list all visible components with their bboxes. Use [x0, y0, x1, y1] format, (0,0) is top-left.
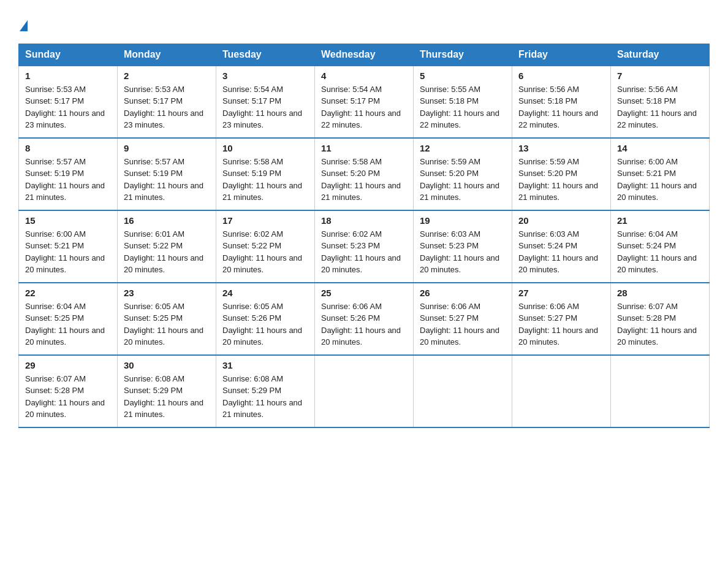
calendar-week-row: 29Sunrise: 6:07 AMSunset: 5:28 PMDayligh…: [19, 355, 710, 427]
calendar-week-row: 15Sunrise: 6:00 AMSunset: 5:21 PMDayligh…: [19, 210, 710, 283]
calendar-cell: 25Sunrise: 6:06 AMSunset: 5:26 PMDayligh…: [315, 283, 414, 355]
day-number: 15: [25, 215, 111, 226]
day-info: Sunrise: 6:05 AMSunset: 5:25 PMDaylight:…: [124, 301, 210, 348]
day-number: 8: [25, 143, 111, 153]
day-number: 12: [420, 143, 506, 153]
day-info: Sunrise: 5:59 AMSunset: 5:20 PMDaylight:…: [518, 156, 604, 204]
day-number: 20: [518, 215, 604, 226]
calendar-cell: 6Sunrise: 5:56 AMSunset: 5:18 PMDaylight…: [512, 66, 611, 138]
calendar-cell: 17Sunrise: 6:02 AMSunset: 5:22 PMDayligh…: [216, 210, 315, 283]
day-number: 18: [321, 215, 407, 226]
calendar-cell: 3Sunrise: 5:54 AMSunset: 5:17 PMDaylight…: [216, 66, 315, 138]
day-info: Sunrise: 6:08 AMSunset: 5:29 PMDaylight:…: [222, 373, 308, 421]
day-number: 7: [617, 71, 703, 81]
day-number: 1: [25, 71, 111, 81]
day-number: 25: [321, 288, 407, 298]
day-number: 13: [518, 143, 604, 153]
calendar-cell: 5Sunrise: 5:55 AMSunset: 5:18 PMDaylight…: [414, 66, 512, 138]
day-info: Sunrise: 6:03 AMSunset: 5:24 PMDaylight:…: [518, 228, 604, 276]
day-number: 6: [518, 71, 604, 81]
day-info: Sunrise: 5:59 AMSunset: 5:20 PMDaylight:…: [420, 156, 506, 204]
calendar-cell: 26Sunrise: 6:06 AMSunset: 5:27 PMDayligh…: [414, 283, 512, 355]
calendar-cell: 23Sunrise: 6:05 AMSunset: 5:25 PMDayligh…: [118, 283, 216, 355]
day-number: 24: [222, 288, 308, 298]
calendar-cell: 13Sunrise: 5:59 AMSunset: 5:20 PMDayligh…: [512, 138, 611, 210]
calendar-cell: 9Sunrise: 5:57 AMSunset: 5:19 PMDaylight…: [118, 138, 216, 210]
calendar-cell: 14Sunrise: 6:00 AMSunset: 5:21 PMDayligh…: [611, 138, 710, 210]
day-number: 16: [124, 215, 210, 226]
day-info: Sunrise: 5:57 AMSunset: 5:19 PMDaylight:…: [25, 156, 111, 204]
calendar-cell: [414, 355, 512, 427]
calendar-cell: 27Sunrise: 6:06 AMSunset: 5:27 PMDayligh…: [512, 283, 611, 355]
day-info: Sunrise: 5:58 AMSunset: 5:19 PMDaylight:…: [222, 156, 308, 204]
day-info: Sunrise: 6:08 AMSunset: 5:29 PMDaylight:…: [124, 373, 210, 421]
weekday-header-monday: Monday: [118, 44, 216, 66]
calendar-cell: 18Sunrise: 6:02 AMSunset: 5:23 PMDayligh…: [315, 210, 414, 283]
calendar-cell: 11Sunrise: 5:58 AMSunset: 5:20 PMDayligh…: [315, 138, 414, 210]
day-number: 17: [222, 215, 308, 226]
day-info: Sunrise: 6:04 AMSunset: 5:24 PMDaylight:…: [617, 228, 703, 276]
calendar-cell: 28Sunrise: 6:07 AMSunset: 5:28 PMDayligh…: [611, 283, 710, 355]
day-info: Sunrise: 6:06 AMSunset: 5:26 PMDaylight:…: [321, 301, 407, 348]
calendar-cell: 20Sunrise: 6:03 AMSunset: 5:24 PMDayligh…: [512, 210, 611, 283]
logo-top-line: [18, 15, 28, 33]
day-number: 23: [124, 288, 210, 298]
weekday-header-friday: Friday: [512, 44, 611, 66]
day-number: 27: [518, 288, 604, 298]
day-info: Sunrise: 6:07 AMSunset: 5:28 PMDaylight:…: [617, 301, 703, 348]
calendar-cell: 8Sunrise: 5:57 AMSunset: 5:19 PMDaylight…: [19, 138, 118, 210]
day-info: Sunrise: 6:07 AMSunset: 5:28 PMDaylight:…: [25, 373, 111, 421]
day-number: 5: [420, 71, 506, 81]
calendar-week-row: 22Sunrise: 6:04 AMSunset: 5:25 PMDayligh…: [19, 283, 710, 355]
day-number: 14: [617, 143, 703, 153]
day-number: 26: [420, 288, 506, 298]
weekday-header-tuesday: Tuesday: [216, 44, 315, 66]
calendar-cell: 12Sunrise: 5:59 AMSunset: 5:20 PMDayligh…: [414, 138, 512, 210]
calendar-cell: 2Sunrise: 5:53 AMSunset: 5:17 PMDaylight…: [118, 66, 216, 138]
calendar-cell: [512, 355, 611, 427]
calendar-cell: 21Sunrise: 6:04 AMSunset: 5:24 PMDayligh…: [611, 210, 710, 283]
day-info: Sunrise: 5:53 AMSunset: 5:17 PMDaylight:…: [25, 83, 111, 131]
day-info: Sunrise: 6:02 AMSunset: 5:22 PMDaylight:…: [222, 228, 308, 276]
calendar-cell: 19Sunrise: 6:03 AMSunset: 5:23 PMDayligh…: [414, 210, 512, 283]
day-number: 21: [617, 215, 703, 226]
calendar-cell: 29Sunrise: 6:07 AMSunset: 5:28 PMDayligh…: [19, 355, 118, 427]
day-info: Sunrise: 6:04 AMSunset: 5:25 PMDaylight:…: [25, 301, 111, 348]
logo-triangle-icon: [20, 20, 28, 31]
day-info: Sunrise: 5:53 AMSunset: 5:17 PMDaylight:…: [124, 83, 210, 131]
day-info: Sunrise: 6:05 AMSunset: 5:26 PMDaylight:…: [222, 301, 308, 348]
calendar-cell: 10Sunrise: 5:58 AMSunset: 5:19 PMDayligh…: [216, 138, 315, 210]
day-info: Sunrise: 5:57 AMSunset: 5:19 PMDaylight:…: [124, 156, 210, 204]
day-number: 19: [420, 215, 506, 226]
page-header: [18, 12, 710, 33]
calendar-cell: 30Sunrise: 6:08 AMSunset: 5:29 PMDayligh…: [118, 355, 216, 427]
calendar-cell: 22Sunrise: 6:04 AMSunset: 5:25 PMDayligh…: [19, 283, 118, 355]
day-number: 31: [222, 360, 308, 370]
day-number: 3: [222, 71, 308, 81]
day-info: Sunrise: 6:01 AMSunset: 5:22 PMDaylight:…: [124, 228, 210, 276]
day-info: Sunrise: 5:54 AMSunset: 5:17 PMDaylight:…: [222, 83, 308, 131]
calendar-cell: 24Sunrise: 6:05 AMSunset: 5:26 PMDayligh…: [216, 283, 315, 355]
day-number: 22: [25, 288, 111, 298]
calendar-cell: [315, 355, 414, 427]
day-info: Sunrise: 6:00 AMSunset: 5:21 PMDaylight:…: [25, 228, 111, 276]
calendar-table: SundayMondayTuesdayWednesdayThursdayFrid…: [18, 44, 710, 428]
calendar-cell: 16Sunrise: 6:01 AMSunset: 5:22 PMDayligh…: [118, 210, 216, 283]
logo: [18, 12, 28, 33]
weekday-header-sunday: Sunday: [19, 44, 118, 66]
day-info: Sunrise: 6:02 AMSunset: 5:23 PMDaylight:…: [321, 228, 407, 276]
weekday-header-wednesday: Wednesday: [315, 44, 414, 66]
day-info: Sunrise: 6:00 AMSunset: 5:21 PMDaylight:…: [617, 156, 703, 204]
calendar-week-row: 8Sunrise: 5:57 AMSunset: 5:19 PMDaylight…: [19, 138, 710, 210]
day-number: 11: [321, 143, 407, 153]
calendar-cell: 4Sunrise: 5:54 AMSunset: 5:17 PMDaylight…: [315, 66, 414, 138]
calendar-cell: [611, 355, 710, 427]
day-info: Sunrise: 5:56 AMSunset: 5:18 PMDaylight:…: [617, 83, 703, 131]
weekday-header-saturday: Saturday: [611, 44, 710, 66]
day-info: Sunrise: 6:06 AMSunset: 5:27 PMDaylight:…: [420, 301, 506, 348]
day-number: 2: [124, 71, 210, 81]
day-number: 10: [222, 143, 308, 153]
calendar-cell: 31Sunrise: 6:08 AMSunset: 5:29 PMDayligh…: [216, 355, 315, 427]
day-info: Sunrise: 5:58 AMSunset: 5:20 PMDaylight:…: [321, 156, 407, 204]
day-info: Sunrise: 5:55 AMSunset: 5:18 PMDaylight:…: [420, 83, 506, 131]
